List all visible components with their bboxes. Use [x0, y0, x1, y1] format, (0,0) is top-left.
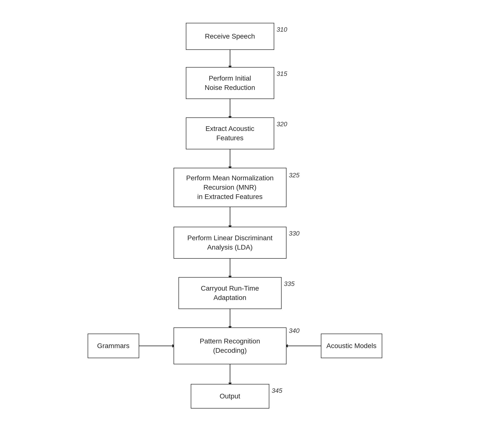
- output-box: Output: [191, 384, 269, 409]
- acoustic-models-box: Acoustic Models: [321, 334, 382, 358]
- grammars-label: Grammars: [97, 341, 129, 351]
- output-label: Output: [219, 392, 240, 401]
- mnr-box: Perform Mean NormalizationRecursion (MNR…: [174, 168, 286, 207]
- lda-label: Perform Linear DiscriminantAnalysis (LDA…: [187, 233, 272, 252]
- adaptation-box: Carryout Run-TimeAdaptation: [178, 277, 282, 309]
- ref-345: 345: [272, 387, 282, 395]
- pattern-recognition-label: Pattern Recognition(Decoding): [200, 337, 260, 355]
- diagram-container: Receive Speech 310 Perform InitialNoise …: [80, 15, 424, 409]
- ref-330: 330: [289, 230, 300, 237]
- ref-325: 325: [289, 171, 300, 179]
- grammars-box: Grammars: [88, 334, 139, 358]
- noise-reduction-box: Perform InitialNoise Reduction: [186, 67, 274, 99]
- pattern-recognition-box: Pattern Recognition(Decoding): [174, 327, 286, 364]
- acoustic-models-label: Acoustic Models: [327, 341, 377, 351]
- adaptation-label: Carryout Run-TimeAdaptation: [201, 284, 259, 302]
- noise-reduction-label: Perform InitialNoise Reduction: [205, 74, 255, 92]
- mnr-label: Perform Mean NormalizationRecursion (MNR…: [186, 173, 273, 201]
- ref-315: 315: [277, 70, 287, 78]
- ref-335: 335: [284, 280, 295, 288]
- acoustic-features-label: Extract AcousticFeatures: [205, 124, 254, 143]
- ref-310: 310: [277, 26, 287, 33]
- ref-340: 340: [289, 327, 300, 335]
- receive-speech-label: Receive Speech: [205, 32, 255, 41]
- acoustic-features-box: Extract AcousticFeatures: [186, 117, 274, 149]
- ref-320: 320: [277, 120, 287, 128]
- lda-box: Perform Linear DiscriminantAnalysis (LDA…: [174, 227, 286, 259]
- receive-speech-box: Receive Speech: [186, 23, 274, 50]
